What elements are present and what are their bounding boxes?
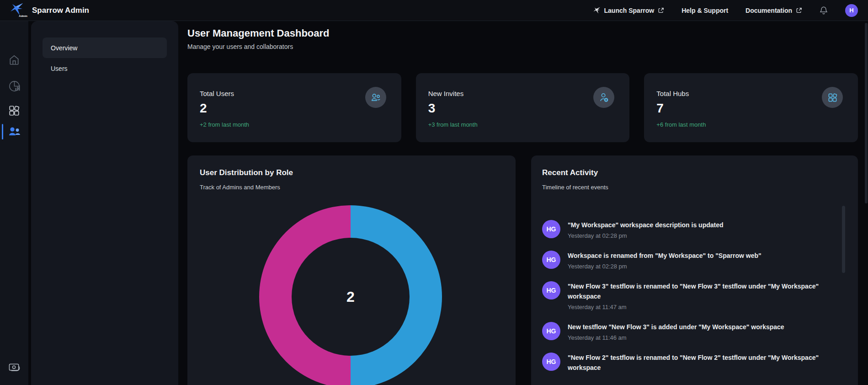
- activity-subtitle: Timeline of recent events: [542, 184, 608, 191]
- rail-home-icon[interactable]: [0, 52, 28, 68]
- activity-list-item: HG Workspace is renamed from "My Workspa…: [542, 251, 835, 271]
- donut-center-value: 2: [346, 289, 355, 305]
- sidebar-item-users-label: Users: [51, 65, 68, 72]
- user-avatar[interactable]: H: [845, 4, 858, 17]
- activity-list-item: HG "New Flow 2" testflow is renamed to "…: [542, 353, 835, 374]
- activity-item-text: "My Workspace" workspace description is …: [568, 220, 835, 230]
- stat-value: 2: [200, 101, 389, 116]
- icon-rail: [0, 21, 28, 385]
- bird-icon: [593, 7, 601, 14]
- avatar: HG: [542, 353, 560, 371]
- help-support-link[interactable]: Help & Support: [682, 7, 728, 14]
- stat-card-total-hubs: Total Hubs 7 +6 from last month: [644, 73, 858, 142]
- sidebar-item-overview[interactable]: Overview: [43, 37, 167, 58]
- avatar: HG: [542, 220, 560, 238]
- activity-item-text: "New Flow 2" testflow is renamed to "New…: [568, 353, 835, 373]
- hubs-icon: [822, 87, 843, 108]
- activity-item-time: Yesterday at 02:28 pm: [568, 262, 835, 271]
- brand: Admin Sparrow Admin: [10, 3, 89, 18]
- launch-sparrow-label: Launch Sparrow: [604, 7, 655, 14]
- secondary-sidebar: Overview Users: [31, 21, 178, 385]
- rail-billing-icon[interactable]: [0, 360, 28, 375]
- activity-scrollbar[interactable]: [842, 206, 845, 273]
- external-link-icon: [658, 7, 664, 14]
- activity-list-item: HG New testflow "New Flow 3" is added un…: [542, 322, 835, 342]
- user-distribution-card: User Distribution by Role Track of Admin…: [187, 155, 516, 385]
- main-content: User Management Dashboard Manage your us…: [187, 21, 858, 385]
- launch-sparrow-link[interactable]: Launch Sparrow: [593, 7, 665, 14]
- activity-item-text: "New Flow 3" testflow is renamed to "New…: [568, 281, 835, 301]
- stat-delta: +2 from last month: [200, 121, 389, 128]
- stat-label: Total Users: [200, 90, 389, 97]
- help-support-label: Help & Support: [682, 7, 728, 14]
- rail-hubs-icon[interactable]: [0, 103, 28, 118]
- avatar: HG: [542, 281, 560, 299]
- avatar: HG: [542, 322, 560, 340]
- avatar: HG: [542, 251, 560, 269]
- activity-title: Recent Activity: [542, 168, 598, 177]
- role-distribution-donut-chart: 2: [259, 205, 442, 385]
- rail-analytics-icon[interactable]: [0, 78, 28, 94]
- activity-list-item: HG "My Workspace" workspace description …: [542, 220, 835, 241]
- stat-card-total-users: Total Users 2 +2 from last month: [187, 73, 401, 142]
- documentation-link[interactable]: Documentation: [746, 7, 802, 14]
- stat-label: Total Hubs: [656, 90, 846, 97]
- documentation-label: Documentation: [746, 7, 792, 14]
- users-icon: [365, 87, 386, 108]
- top-bar: Admin Sparrow Admin Launch Sparrow Help …: [0, 0, 868, 21]
- recent-activity-card: Recent Activity Timeline of recent event…: [531, 155, 858, 385]
- activity-item-text: New testflow "New Flow 3" is added under…: [568, 322, 835, 332]
- stats-row: Total Users 2 +2 from last month New Inv…: [187, 73, 858, 142]
- page-title: User Management Dashboard: [187, 27, 330, 39]
- activity-list: HG "My Workspace" workspace description …: [542, 220, 835, 374]
- chart-title: User Distribution by Role: [200, 168, 293, 177]
- activity-item-time: Yesterday at 11:47 am: [568, 303, 835, 312]
- rail-users-icon[interactable]: [0, 124, 28, 139]
- sidebar-item-users[interactable]: Users: [43, 58, 167, 79]
- external-link-icon: [796, 7, 802, 14]
- activity-item-text: Workspace is renamed from "My Workspace"…: [568, 251, 835, 261]
- logo-admin-label: Admin: [19, 15, 27, 17]
- stat-delta: +3 from last month: [428, 121, 618, 128]
- activity-item-time: Yesterday at 11:46 am: [568, 333, 835, 342]
- stat-value: 7: [656, 101, 846, 116]
- stat-card-new-invites: New Invites 3 +3 from last month: [416, 73, 630, 142]
- sparrow-logo-icon: Admin: [10, 3, 27, 18]
- brand-name: Sparrow Admin: [32, 6, 89, 15]
- notifications-bell-icon[interactable]: [820, 6, 828, 15]
- stat-label: New Invites: [428, 90, 618, 97]
- page-scrollbar[interactable]: [865, 23, 868, 203]
- page-subtitle: Manage your users and collaborators: [187, 43, 293, 50]
- donut-hole: 2: [292, 238, 410, 356]
- activity-list-item: HG "New Flow 3" testflow is renamed to "…: [542, 281, 835, 312]
- chart-subtitle: Track of Admins and Members: [200, 184, 280, 191]
- sidebar-item-overview-label: Overview: [51, 44, 77, 52]
- stat-delta: +6 from last month: [656, 121, 846, 128]
- stat-value: 3: [428, 101, 618, 116]
- activity-item-time: Yesterday at 02:28 pm: [568, 231, 835, 241]
